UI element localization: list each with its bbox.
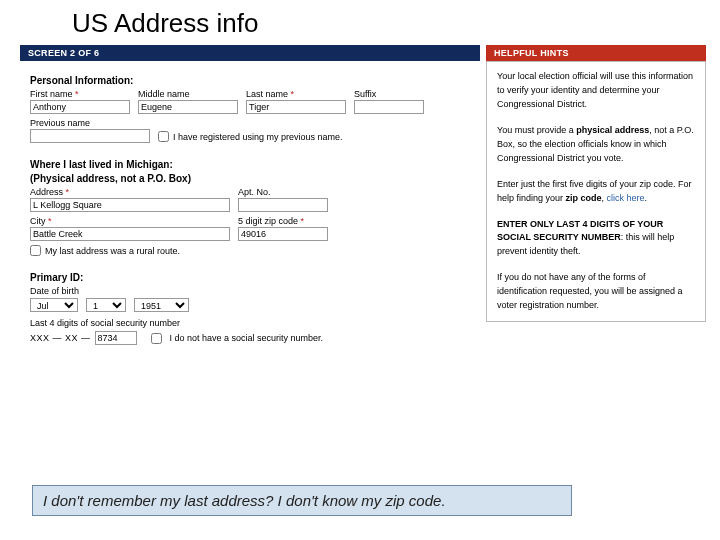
rural-route-label: My last address was a rural route. <box>45 246 180 256</box>
zip-input[interactable] <box>238 227 328 241</box>
hint-1: Your local election official will use th… <box>497 70 695 112</box>
middle-name-label: Middle name <box>138 89 238 99</box>
city-input[interactable] <box>30 227 230 241</box>
ssn-input[interactable] <box>95 331 137 345</box>
no-ssn-label: I do not have a social security number. <box>170 333 324 343</box>
dob-label: Date of birth <box>30 286 470 296</box>
screen-banner: SCREEN 2 OF 6 <box>20 45 480 61</box>
last-name-label: Last name * <box>246 89 346 99</box>
previous-name-checkbox[interactable] <box>158 131 169 142</box>
ssn-label: Last 4 digits of social security number <box>30 318 470 328</box>
suffix-label: Suffix <box>354 89 424 99</box>
address-input[interactable] <box>30 198 230 212</box>
first-name-input[interactable] <box>30 100 130 114</box>
dob-month[interactable]: Jul <box>30 298 78 312</box>
personal-heading: Personal Information: <box>30 75 470 86</box>
hints-box: Your local election official will use th… <box>486 61 706 322</box>
primary-id-heading: Primary ID: <box>30 272 470 283</box>
hint-4: ENTER ONLY LAST 4 DIGITS OF YOUR SOCIAL … <box>497 218 695 260</box>
apt-label: Apt. No. <box>238 187 328 197</box>
address-label: Address * <box>30 187 230 197</box>
form-content: Personal Information: First name * Middl… <box>20 61 480 351</box>
address-heading: Where I last lived in Michigan: <box>30 159 470 170</box>
hint-3: Enter just the first five digits of your… <box>497 178 695 206</box>
rural-route-checkbox[interactable] <box>30 245 41 256</box>
city-label: City * <box>30 216 230 226</box>
form-area: SCREEN 2 OF 6 Personal Information: Firs… <box>20 45 700 351</box>
zip-help-link[interactable]: click here <box>607 193 645 203</box>
middle-name-input[interactable] <box>138 100 238 114</box>
first-name-label: First name * <box>30 89 130 99</box>
address-subheading: (Physical address, not a P.O. Box) <box>30 173 470 184</box>
last-name-input[interactable] <box>246 100 346 114</box>
hints-banner: HELPFUL HINTS <box>486 45 706 61</box>
suffix-input[interactable] <box>354 100 424 114</box>
apt-input[interactable] <box>238 198 328 212</box>
ssn-mask: XXX — XX — <box>30 333 91 343</box>
callout-box: I don't remember my last address? I don'… <box>32 485 572 516</box>
left-column: SCREEN 2 OF 6 Personal Information: Firs… <box>20 45 480 351</box>
hint-2: You must provide a physical address, not… <box>497 124 695 166</box>
dob-year[interactable]: 1951 <box>134 298 189 312</box>
hint-5: If you do not have any of the forms of i… <box>497 271 695 313</box>
previous-name-label: Previous name <box>30 118 150 128</box>
previous-name-cb-label: I have registered using my previous name… <box>173 132 343 142</box>
dob-day[interactable]: 1 <box>86 298 126 312</box>
page-title: US Address info <box>0 0 720 45</box>
no-ssn-checkbox[interactable] <box>151 333 162 344</box>
right-column: HELPFUL HINTS Your local election offici… <box>486 45 706 322</box>
zip-label: 5 digit zip code * <box>238 216 328 226</box>
previous-name-input[interactable] <box>30 129 150 143</box>
